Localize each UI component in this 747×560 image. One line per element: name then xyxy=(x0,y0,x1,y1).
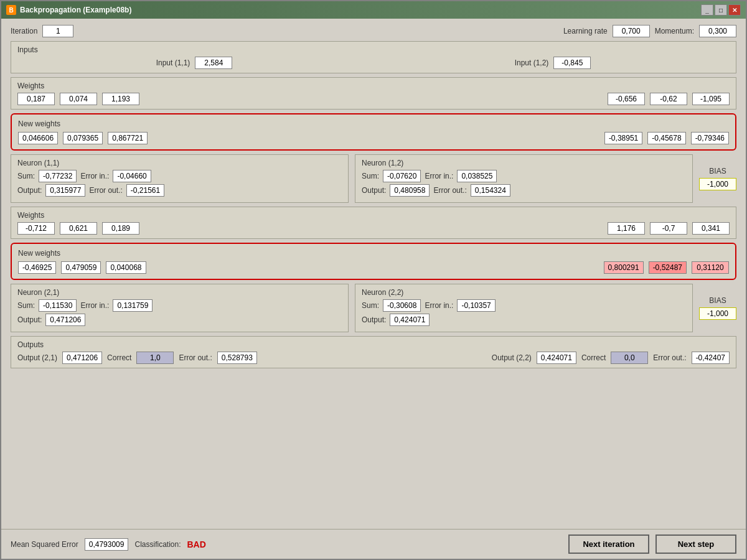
learning-rate-value: 0,700 xyxy=(613,25,650,37)
main-content: Iteration 1 Learning rate 0,700 Momentum… xyxy=(1,19,746,529)
neuron22-output-label: Output: xyxy=(362,315,386,324)
mse-label: Mean Squared Error xyxy=(11,540,78,549)
new-weight1-2: 0,079365 xyxy=(63,132,103,144)
error-out2-value: -0,42407 xyxy=(692,352,730,364)
neuron11-error-out-label: Error out.: xyxy=(89,186,122,195)
next-iteration-button[interactable]: Next iteration xyxy=(568,534,649,554)
new-weight1-4: -0,38951 xyxy=(604,132,642,144)
weights2-label: Weights xyxy=(17,211,730,220)
new-weight1-6: -0,79346 xyxy=(691,132,729,144)
bias2-label: BIAS xyxy=(709,296,726,305)
bottom-bar: Mean Squared Error 0,4793009 Classificat… xyxy=(1,529,746,559)
bias2-value: -1,000 xyxy=(699,307,736,320)
bias1-value: -1,000 xyxy=(699,178,736,190)
outputs-section: Outputs Output (2,1) 0,471206 Correct 1,… xyxy=(11,336,736,368)
neuron22-sum-value: -0,30608 xyxy=(383,299,421,312)
neuron21-sum-row: Sum: -0,11530 Error in.: 0,131759 xyxy=(17,299,342,312)
neuron12-error-out-label: Error out.: xyxy=(433,186,466,195)
title-buttons: _ □ ✕ xyxy=(701,4,741,16)
maximize-button[interactable]: □ xyxy=(715,4,727,16)
neuron11-sum-label: Sum: xyxy=(17,172,35,180)
neuron21-sum-value: -0,11530 xyxy=(39,299,77,312)
neuron11-error-in-value: -0,04660 xyxy=(113,170,151,182)
weights1-row: 0,187 0,074 1,193 -0,656 -0,62 -1,095 xyxy=(17,93,730,105)
neuron22-output-row: Output: 0,424071 xyxy=(362,314,686,326)
neuron21-title: Neuron (2,1) xyxy=(17,288,342,297)
neuron12-error-out-value: 0,154324 xyxy=(471,184,510,197)
neuron12-section: Neuron (1,2) Sum: -0,07620 Error in.: 0,… xyxy=(355,154,693,203)
neuron21-section: Neuron (2,1) Sum: -0,11530 Error in.: 0,… xyxy=(11,284,349,332)
neuron12-title: Neuron (1,2) xyxy=(362,159,686,167)
neuron11-output-value: 0,315977 xyxy=(45,184,85,197)
minimize-button[interactable]: _ xyxy=(701,4,713,16)
neuron22-error-in-label: Error in.: xyxy=(425,301,453,310)
new-weights2-label: New weights xyxy=(18,249,729,258)
correct2-value: 0,0 xyxy=(611,352,648,364)
input12-value: -0,845 xyxy=(553,57,591,69)
neuron11-output-label: Output: xyxy=(17,186,42,195)
neuron12-sum-label: Sum: xyxy=(362,172,379,180)
neuron11-error-out-value: -0,21561 xyxy=(126,184,164,197)
weight1-4: -0,656 xyxy=(608,93,645,105)
neuron12-output-label: Output: xyxy=(362,186,386,195)
new-weight2-1: -0,46925 xyxy=(18,261,56,274)
correct2-label: Correct xyxy=(581,353,606,362)
weight2-6: 0,341 xyxy=(692,222,730,235)
error-out1-value: 0,528793 xyxy=(217,352,257,364)
correct1-label: Correct xyxy=(107,353,131,362)
neuron22-output-value: 0,424071 xyxy=(390,314,430,326)
error-out1-label: Error out.: xyxy=(179,353,212,362)
main-window: B Backpropagation (Example08b) _ □ ✕ Ite… xyxy=(0,0,747,560)
input11-value: 2,584 xyxy=(195,57,232,69)
outputs-label: Outputs xyxy=(17,340,730,349)
weights1-label: Weights xyxy=(17,82,730,90)
weight1-3: 1,193 xyxy=(102,93,139,105)
correct1-value: 1,0 xyxy=(136,352,174,364)
weight2-2: 0,621 xyxy=(60,222,97,235)
neuron21-output-value: 0,471206 xyxy=(45,314,85,326)
neuron11-output-row: Output: 0,315977 Error out.: -0,21561 xyxy=(17,184,342,197)
weight2-5: -0,7 xyxy=(650,222,687,235)
weights1-section: Weights 0,187 0,074 1,193 -0,656 -0,62 -… xyxy=(11,77,736,110)
new-weight2-5: -0,52487 xyxy=(649,261,687,274)
neuron11-section: Neuron (1,1) Sum: -0,77232 Error in.: -0… xyxy=(11,154,349,203)
inputs-label: Inputs xyxy=(17,45,730,54)
neuron12-sum-row: Sum: -0,07620 Error in.: 0,038525 xyxy=(362,170,686,182)
neuron21-error-in-label: Error in.: xyxy=(80,301,109,310)
neuron12-output-row: Output: 0,480958 Error out.: 0,154324 xyxy=(362,184,686,197)
bias2-container: BIAS -1,000 xyxy=(699,284,736,332)
error-out2-label: Error out.: xyxy=(653,353,686,362)
inputs-section: Inputs Input (1,1) 2,584 Input (1,2) -0,… xyxy=(11,41,736,73)
outputs-row: Output (2,1) 0,471206 Correct 1,0 Error … xyxy=(17,352,730,364)
classification-label: Classification: xyxy=(134,540,181,549)
new-weight1-5: -0,45678 xyxy=(647,132,685,144)
classification-value: BAD xyxy=(187,539,206,549)
weight2-3: 0,189 xyxy=(102,222,139,235)
neurons1-row: Neuron (1,1) Sum: -0,77232 Error in.: -0… xyxy=(11,154,736,203)
neuron21-error-in-value: 0,131759 xyxy=(113,299,153,312)
new-weights1-section: New weights 0,046606 0,079365 0,867721 -… xyxy=(11,113,736,151)
title-bar: B Backpropagation (Example08b) _ □ ✕ xyxy=(1,1,746,19)
neuron12-sum-value: -0,07620 xyxy=(383,170,421,182)
weight2-1: -0,712 xyxy=(17,222,55,235)
new-weights2-row: -0,46925 0,479059 0,040068 0,800291 -0,5… xyxy=(18,261,729,274)
weight2-4: 1,176 xyxy=(608,222,645,235)
iteration-value: 1 xyxy=(42,25,73,37)
weight1-1: 0,187 xyxy=(17,93,55,105)
title-bar-left: B Backpropagation (Example08b) xyxy=(6,5,131,15)
new-weight2-2: 0,479059 xyxy=(61,261,101,274)
input11-label: Input (1,1) xyxy=(156,58,190,67)
iteration-label: Iteration xyxy=(11,27,37,35)
output21-label: Output (2,1) xyxy=(17,353,57,362)
neuron11-title: Neuron (1,1) xyxy=(17,159,342,167)
neuron22-sum-label: Sum: xyxy=(362,301,379,310)
momentum-value: 0,300 xyxy=(699,25,736,37)
close-button[interactable]: ✕ xyxy=(728,4,741,16)
window-title: Backpropagation (Example08b) xyxy=(20,6,131,14)
neuron11-error-in-label: Error in.: xyxy=(80,172,109,180)
new-weight1-1: 0,046606 xyxy=(18,132,58,144)
next-step-button[interactable]: Next step xyxy=(655,534,736,554)
weights2-row: -0,712 0,621 0,189 1,176 -0,7 0,341 xyxy=(17,222,730,235)
output22-label: Output (2,2) xyxy=(492,353,532,362)
bias1-label: BIAS xyxy=(709,167,726,175)
